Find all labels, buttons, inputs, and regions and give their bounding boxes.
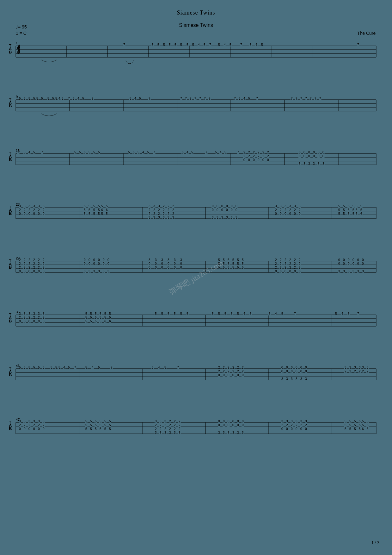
song-title: Siamese Twins — [177, 9, 215, 16]
page-number: 1 / 3 — [371, 540, 379, 546]
